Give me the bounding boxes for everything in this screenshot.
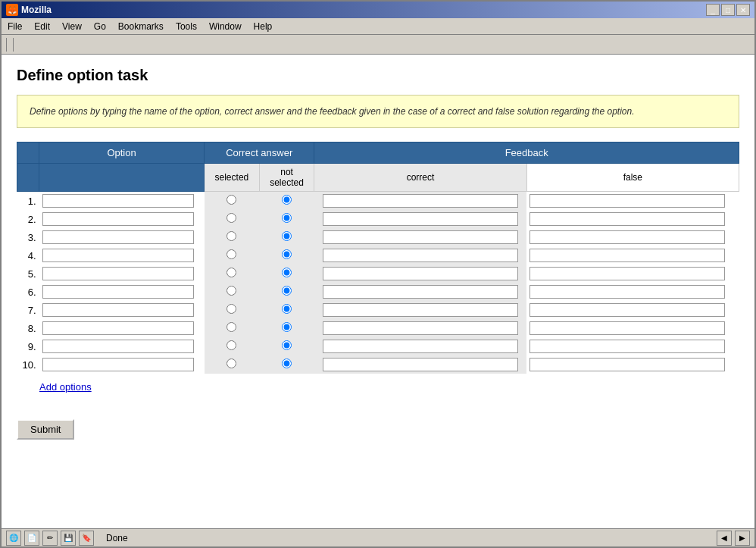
col-correct-subheader: correct bbox=[314, 164, 526, 192]
row-number: 7. bbox=[17, 301, 39, 319]
add-options-link[interactable]: Add options bbox=[39, 381, 92, 393]
correct-feedback-input-6[interactable] bbox=[323, 285, 518, 299]
status-icon-4: 💾 bbox=[61, 531, 76, 546]
status-nav-right[interactable]: ▶ bbox=[735, 531, 750, 546]
radio-selected-7[interactable] bbox=[226, 304, 236, 314]
false-feedback-cell-1 bbox=[526, 192, 739, 211]
info-box: Define options by typing the name of the… bbox=[17, 95, 739, 128]
menu-tools[interactable]: Tools bbox=[170, 20, 203, 33]
maximize-button[interactable]: □ bbox=[721, 4, 735, 16]
option-input-9[interactable] bbox=[42, 340, 194, 353]
false-feedback-cell-8 bbox=[526, 319, 739, 337]
table-row: 8. bbox=[17, 319, 739, 337]
menu-view[interactable]: View bbox=[56, 20, 88, 33]
status-text: Done bbox=[100, 533, 711, 543]
option-input-10[interactable] bbox=[42, 358, 194, 371]
toolbar-separator bbox=[6, 38, 7, 52]
radio-not-selected-4[interactable] bbox=[282, 249, 292, 259]
option-input-1[interactable] bbox=[42, 194, 194, 208]
radio-not-selected-cell-7 bbox=[259, 301, 314, 319]
option-input-2[interactable] bbox=[42, 212, 194, 226]
correct-feedback-input-4[interactable] bbox=[323, 249, 518, 262]
radio-not-selected-cell-9 bbox=[259, 337, 314, 355]
status-nav-left[interactable]: ◀ bbox=[717, 531, 732, 546]
false-feedback-cell-2 bbox=[526, 210, 739, 228]
false-feedback-input-10[interactable] bbox=[530, 358, 725, 371]
menu-help[interactable]: Help bbox=[248, 20, 279, 33]
options-table: Option Correct answer Feedback selected … bbox=[17, 142, 739, 374]
option-input-3[interactable] bbox=[42, 230, 194, 244]
false-feedback-input-3[interactable] bbox=[530, 230, 725, 244]
radio-selected-cell-2 bbox=[205, 210, 260, 228]
radio-selected-3[interactable] bbox=[226, 231, 236, 241]
close-button[interactable]: ✕ bbox=[736, 4, 750, 16]
table-row: 10. bbox=[17, 355, 739, 374]
correct-feedback-input-10[interactable] bbox=[323, 358, 518, 371]
radio-selected-9[interactable] bbox=[226, 340, 236, 350]
radio-not-selected-10[interactable] bbox=[282, 359, 292, 368]
minimize-button[interactable]: _ bbox=[706, 4, 720, 16]
status-right-icons: ◀ ▶ bbox=[717, 531, 750, 546]
false-feedback-input-2[interactable] bbox=[530, 212, 725, 226]
radio-selected-8[interactable] bbox=[226, 322, 236, 332]
row-number: 4. bbox=[17, 246, 39, 265]
radio-not-selected-2[interactable] bbox=[282, 213, 292, 223]
radio-selected-6[interactable] bbox=[226, 286, 236, 296]
radio-not-selected-6[interactable] bbox=[282, 286, 292, 296]
radio-selected-1[interactable] bbox=[226, 195, 236, 205]
radio-not-selected-1[interactable] bbox=[282, 195, 292, 205]
option-input-5[interactable] bbox=[42, 267, 194, 280]
correct-feedback-input-2[interactable] bbox=[323, 212, 518, 226]
col-feedback-header: Feedback bbox=[314, 142, 739, 164]
radio-not-selected-8[interactable] bbox=[282, 322, 292, 332]
menu-file[interactable]: File bbox=[2, 20, 28, 33]
radio-selected-5[interactable] bbox=[226, 268, 236, 277]
radio-selected-2[interactable] bbox=[226, 213, 236, 223]
radio-not-selected-9[interactable] bbox=[282, 340, 292, 350]
correct-feedback-input-5[interactable] bbox=[323, 267, 518, 280]
radio-not-selected-3[interactable] bbox=[282, 231, 292, 241]
submit-button[interactable]: Submit bbox=[17, 419, 74, 440]
correct-feedback-cell-9 bbox=[314, 337, 526, 355]
table-row: 3. bbox=[17, 228, 739, 246]
false-feedback-input-1[interactable] bbox=[530, 194, 725, 208]
option-input-7[interactable] bbox=[42, 303, 194, 317]
false-feedback-input-9[interactable] bbox=[530, 340, 725, 353]
option-cell bbox=[39, 319, 205, 337]
option-cell bbox=[39, 265, 205, 283]
option-input-6[interactable] bbox=[42, 285, 194, 299]
menu-window[interactable]: Window bbox=[203, 20, 248, 33]
toolbar-separator-2 bbox=[13, 38, 14, 52]
false-feedback-input-7[interactable] bbox=[530, 303, 725, 317]
correct-feedback-input-1[interactable] bbox=[323, 194, 518, 208]
radio-not-selected-7[interactable] bbox=[282, 304, 292, 314]
option-input-8[interactable] bbox=[42, 321, 194, 335]
table-row: 9. bbox=[17, 337, 739, 355]
correct-feedback-input-9[interactable] bbox=[323, 340, 518, 353]
correct-feedback-input-3[interactable] bbox=[323, 230, 518, 244]
menu-bookmarks[interactable]: Bookmarks bbox=[112, 20, 170, 33]
radio-not-selected-cell-4 bbox=[259, 246, 314, 265]
radio-not-selected-5[interactable] bbox=[282, 268, 292, 277]
option-cell bbox=[39, 301, 205, 319]
radio-selected-10[interactable] bbox=[226, 359, 236, 368]
radio-selected-cell-8 bbox=[205, 319, 260, 337]
row-number: 2. bbox=[17, 210, 39, 228]
window-controls: _ □ ✕ bbox=[706, 4, 750, 16]
correct-feedback-cell-8 bbox=[314, 319, 526, 337]
radio-selected-cell-9 bbox=[205, 337, 260, 355]
col-not-selected-header: not selected bbox=[259, 164, 314, 192]
false-feedback-input-6[interactable] bbox=[530, 285, 725, 299]
option-input-4[interactable] bbox=[42, 249, 194, 262]
false-feedback-input-8[interactable] bbox=[530, 321, 725, 335]
false-feedback-input-4[interactable] bbox=[530, 249, 725, 262]
menu-go[interactable]: Go bbox=[88, 20, 112, 33]
option-cell bbox=[39, 210, 205, 228]
radio-selected-cell-10 bbox=[205, 355, 260, 374]
radio-selected-4[interactable] bbox=[226, 249, 236, 259]
menu-edit[interactable]: Edit bbox=[28, 20, 56, 33]
correct-feedback-cell-10 bbox=[314, 355, 526, 374]
false-feedback-input-5[interactable] bbox=[530, 267, 725, 280]
correct-feedback-input-8[interactable] bbox=[323, 321, 518, 335]
correct-feedback-input-7[interactable] bbox=[323, 303, 518, 317]
